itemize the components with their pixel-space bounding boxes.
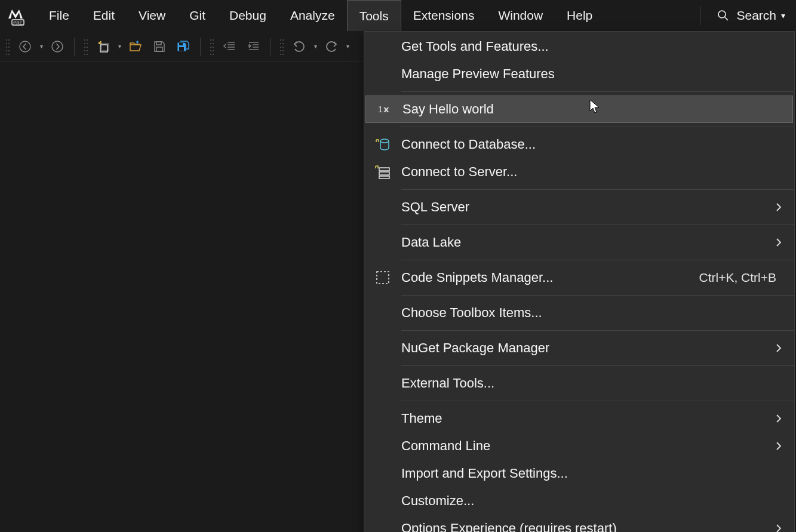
nav-back-button[interactable] — [14, 36, 36, 57]
menu-edit[interactable]: Edit — [81, 0, 127, 31]
new-item-dropdown[interactable]: ▾ — [115, 43, 124, 50]
menuitem-data-lake[interactable]: Data Lake — [364, 229, 794, 256]
menuitem-label: Choose Toolbox Items... — [401, 305, 781, 321]
menubar: PRE File Edit View Git Debug Analyze Too… — [0, 0, 796, 31]
chevron-right-icon — [776, 235, 781, 250]
svg-rect-11 — [179, 47, 184, 51]
undo-dropdown[interactable]: ▾ — [311, 43, 319, 50]
menuitem-label: Code Snippets Manager... — [401, 270, 699, 285]
search-box[interactable]: Search ▾ — [706, 8, 796, 23]
menuitem-label: NuGet Package Manager — [401, 340, 776, 356]
menuitem-say-hello-world[interactable]: 1𝘅 Say Hello world — [365, 96, 793, 123]
menubar-separator — [700, 6, 700, 25]
menuitem-import-export[interactable]: Import and Export Settings... — [364, 460, 794, 487]
chevron-right-icon — [776, 439, 781, 453]
menuitem-customize[interactable]: Customize... — [364, 487, 794, 515]
menu-label: Analyze — [290, 8, 335, 23]
undo-button[interactable] — [288, 36, 310, 57]
menu-view[interactable]: View — [127, 0, 177, 31]
nav-back-dropdown[interactable]: ▾ — [37, 43, 45, 50]
menuitem-connect-database[interactable]: Connect to Database... — [364, 131, 794, 158]
app-logo: PRE — [4, 2, 30, 29]
search-label: Search — [736, 8, 776, 23]
menu-analyze[interactable]: Analyze — [278, 0, 347, 31]
menuitem-sql-server[interactable]: SQL Server — [364, 193, 794, 221]
menuitem-choose-toolbox[interactable]: Choose Toolbox Items... — [364, 299, 794, 327]
toolbar-separator — [200, 38, 201, 56]
menu-separator — [401, 127, 794, 127]
menu-separator — [401, 295, 794, 296]
svg-point-2 — [718, 11, 726, 18]
open-button[interactable] — [125, 36, 146, 57]
chevron-right-icon — [776, 411, 781, 426]
menu-git[interactable]: Git — [177, 0, 217, 31]
nav-forward-button[interactable] — [47, 36, 68, 57]
redo-icon — [325, 40, 338, 53]
menuitem-manage-preview[interactable]: Manage Preview Features — [364, 60, 794, 88]
menuitem-connect-server[interactable]: Connect to Server... — [364, 158, 794, 186]
save-button[interactable] — [149, 36, 170, 57]
svg-point-4 — [20, 41, 30, 52]
outdent-button[interactable] — [219, 36, 240, 57]
menuitem-code-snippets[interactable]: Code Snippets Manager... Ctrl+K, Ctrl+B — [364, 264, 794, 291]
menuitem-label: Options Experience (requires restart) — [401, 521, 776, 532]
menuitem-nuget[interactable]: NuGet Package Manager — [364, 334, 794, 362]
outdent-icon — [223, 40, 236, 53]
menu-extensions[interactable]: Extensions — [401, 0, 487, 31]
svg-rect-13 — [379, 168, 389, 171]
redo-dropdown[interactable]: ▾ — [343, 43, 352, 50]
chevron-right-icon — [776, 200, 781, 214]
menuitem-external-tools[interactable]: External Tools... — [364, 370, 794, 397]
menu-help[interactable]: Help — [555, 0, 604, 31]
menuitem-label: Connect to Server... — [401, 164, 781, 180]
menu-window[interactable]: Window — [486, 0, 555, 31]
search-icon — [717, 10, 729, 21]
menuitem-label: Get Tools and Features... — [401, 39, 781, 54]
slot-1x-icon: 1𝘅 — [365, 104, 402, 115]
toolbar-separator — [270, 38, 271, 56]
menuitem-label: Connect to Database... — [401, 137, 781, 152]
new-item-button[interactable] — [93, 36, 114, 57]
open-folder-icon — [129, 40, 142, 53]
menuitem-label: SQL Server — [401, 199, 776, 215]
menu-file[interactable]: File — [37, 0, 81, 31]
tools-dropdown: Get Tools and Features... Manage Preview… — [364, 31, 795, 532]
new-file-sparkle-icon — [97, 40, 110, 53]
toolbar-grip[interactable] — [209, 38, 214, 56]
menu-label: Debug — [229, 8, 266, 23]
snippet-icon — [364, 270, 401, 285]
toolbar-grip[interactable] — [279, 38, 284, 56]
chevron-down-icon: ▾ — [781, 11, 785, 20]
chevron-right-icon — [776, 341, 781, 355]
chevron-right-icon — [776, 521, 781, 532]
save-all-button[interactable] — [173, 36, 194, 57]
menuitem-get-tools[interactable]: Get Tools and Features... — [364, 33, 794, 60]
menu-label: Extensions — [413, 8, 475, 23]
menu-label: Tools — [359, 9, 389, 23]
menuitem-label: Data Lake — [401, 235, 776, 250]
menu-debug[interactable]: Debug — [217, 0, 278, 31]
menuitem-command-line[interactable]: Command Line — [364, 432, 794, 460]
indent-button[interactable] — [242, 36, 264, 57]
menuitem-label: Customize... — [401, 493, 781, 509]
menuitem-shortcut: Ctrl+K, Ctrl+B — [699, 270, 776, 285]
toolbar-grip[interactable] — [5, 38, 10, 56]
save-all-icon — [177, 40, 190, 53]
menu-separator — [401, 401, 794, 401]
menuitem-options-experience[interactable]: Options Experience (requires restart) — [364, 515, 794, 532]
menu-label: Edit — [93, 8, 115, 23]
menuitem-label: Manage Preview Features — [401, 66, 781, 82]
menuitem-theme[interactable]: Theme — [364, 405, 794, 432]
menu-label: View — [139, 8, 165, 23]
redo-button[interactable] — [321, 36, 342, 57]
svg-rect-16 — [377, 272, 389, 284]
undo-icon — [293, 40, 306, 53]
menuitem-label: Say Hello world — [402, 102, 780, 117]
svg-rect-14 — [379, 172, 389, 175]
server-connect-icon — [364, 164, 401, 180]
menu-tools[interactable]: Tools — [347, 0, 401, 31]
menuitem-label: Command Line — [401, 438, 776, 454]
toolbar-grip[interactable] — [83, 38, 88, 56]
menu-label: File — [49, 8, 69, 23]
indent-icon — [247, 40, 260, 53]
